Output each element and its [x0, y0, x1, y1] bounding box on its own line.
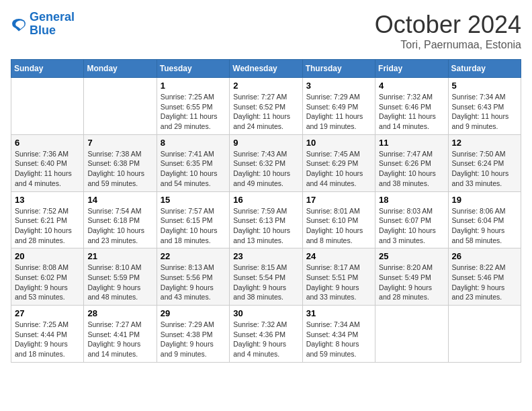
- day-number: 3: [306, 81, 371, 91]
- logo-icon: [11, 16, 27, 32]
- day-number: 9: [233, 138, 298, 148]
- day-number: 16: [233, 195, 298, 205]
- day-detail: Sunrise: 7:34 AMSunset: 6:43 PMDaylight:…: [452, 92, 517, 132]
- day-number: 29: [161, 308, 226, 318]
- day-number: 21: [87, 251, 152, 261]
- day-detail: Sunrise: 7:52 AMSunset: 6:21 PMDaylight:…: [15, 206, 80, 246]
- calendar-cell: 10 Sunrise: 7:45 AMSunset: 6:29 PMDaylig…: [302, 134, 375, 191]
- calendar-cell: 1 Sunrise: 7:25 AMSunset: 6:55 PMDayligh…: [157, 78, 229, 135]
- calendar-week-3: 13 Sunrise: 7:52 AMSunset: 6:21 PMDaylig…: [11, 191, 521, 248]
- calendar-cell: 27 Sunrise: 7:25 AMSunset: 4:44 PMDaylig…: [11, 306, 84, 363]
- logo-text: General Blue: [30, 11, 75, 38]
- day-number: 7: [87, 138, 152, 148]
- calendar-cell: 25 Sunrise: 8:20 AMSunset: 5:49 PMDaylig…: [375, 248, 448, 306]
- day-detail: Sunrise: 7:25 AMSunset: 6:55 PMDaylight:…: [161, 92, 226, 132]
- day-detail: Sunrise: 7:38 AMSunset: 6:38 PMDaylight:…: [87, 149, 152, 189]
- day-number: 25: [379, 251, 444, 261]
- calendar-week-2: 6 Sunrise: 7:36 AMSunset: 6:40 PMDayligh…: [11, 134, 521, 191]
- day-number: 13: [15, 195, 80, 205]
- day-number: 22: [161, 251, 226, 261]
- calendar-cell: 17 Sunrise: 8:01 AMSunset: 6:10 PMDaylig…: [302, 191, 375, 248]
- calendar-cell: 23 Sunrise: 8:15 AMSunset: 5:54 PMDaylig…: [230, 248, 302, 306]
- day-detail: Sunrise: 7:27 AMSunset: 6:52 PMDaylight:…: [233, 92, 298, 132]
- day-number: 24: [306, 251, 371, 261]
- day-detail: Sunrise: 8:17 AMSunset: 5:51 PMDaylight:…: [306, 263, 371, 302]
- calendar-week-4: 20 Sunrise: 8:08 AMSunset: 6:02 PMDaylig…: [11, 248, 521, 306]
- calendar-cell: 26 Sunrise: 8:22 AMSunset: 5:46 PMDaylig…: [448, 248, 521, 306]
- day-number: 1: [161, 81, 226, 91]
- calendar-cell: 24 Sunrise: 8:17 AMSunset: 5:51 PMDaylig…: [302, 248, 375, 306]
- day-detail: Sunrise: 7:29 AMSunset: 4:38 PMDaylight:…: [161, 320, 226, 359]
- day-number: 2: [233, 81, 298, 91]
- day-detail: Sunrise: 7:43 AMSunset: 6:32 PMDaylight:…: [233, 149, 298, 189]
- calendar-cell: 4 Sunrise: 7:32 AMSunset: 6:46 PMDayligh…: [375, 78, 448, 135]
- calendar-week-1: 1 Sunrise: 7:25 AMSunset: 6:55 PMDayligh…: [11, 78, 521, 135]
- calendar-cell: 19 Sunrise: 8:06 AMSunset: 6:04 PMDaylig…: [448, 191, 521, 248]
- day-detail: Sunrise: 8:06 AMSunset: 6:04 PMDaylight:…: [452, 206, 517, 246]
- calendar-cell: 7 Sunrise: 7:38 AMSunset: 6:38 PMDayligh…: [84, 134, 157, 191]
- day-number: 14: [87, 195, 152, 205]
- calendar-cell: 6 Sunrise: 7:36 AMSunset: 6:40 PMDayligh…: [11, 134, 84, 191]
- weekday-header-row: Sunday Monday Tuesday Wednesday Thursday…: [11, 60, 521, 78]
- day-detail: Sunrise: 8:20 AMSunset: 5:49 PMDaylight:…: [379, 263, 444, 302]
- day-detail: Sunrise: 7:36 AMSunset: 6:40 PMDaylight:…: [15, 149, 80, 189]
- calendar-cell: 13 Sunrise: 7:52 AMSunset: 6:21 PMDaylig…: [11, 191, 84, 248]
- day-number: 4: [379, 81, 444, 91]
- calendar-cell: [448, 306, 521, 363]
- day-number: 20: [15, 251, 80, 261]
- calendar-cell: 14 Sunrise: 7:54 AMSunset: 6:18 PMDaylig…: [84, 191, 157, 248]
- calendar-cell: 15 Sunrise: 7:57 AMSunset: 6:15 PMDaylig…: [157, 191, 229, 248]
- day-number: 28: [87, 308, 152, 318]
- calendar-cell: 5 Sunrise: 7:34 AMSunset: 6:43 PMDayligh…: [448, 78, 521, 135]
- header-monday: Monday: [84, 60, 157, 78]
- calendar-cell: 11 Sunrise: 7:47 AMSunset: 6:26 PMDaylig…: [375, 134, 448, 191]
- day-number: 11: [379, 138, 444, 148]
- header-friday: Friday: [375, 60, 448, 78]
- day-number: 27: [15, 308, 80, 318]
- day-number: 17: [306, 195, 371, 205]
- calendar-subtitle: Tori, Paernumaa, Estonia: [375, 39, 521, 51]
- day-number: 26: [452, 251, 517, 261]
- calendar-cell: 3 Sunrise: 7:29 AMSunset: 6:49 PMDayligh…: [302, 78, 375, 135]
- calendar-cell: 31 Sunrise: 7:34 AMSunset: 4:34 PMDaylig…: [302, 306, 375, 363]
- calendar-cell: 28 Sunrise: 7:27 AMSunset: 4:41 PMDaylig…: [84, 306, 157, 363]
- calendar-cell: 18 Sunrise: 8:03 AMSunset: 6:07 PMDaylig…: [375, 191, 448, 248]
- calendar-week-5: 27 Sunrise: 7:25 AMSunset: 4:44 PMDaylig…: [11, 306, 521, 363]
- day-number: 6: [15, 138, 80, 148]
- day-detail: Sunrise: 8:03 AMSunset: 6:07 PMDaylight:…: [379, 206, 444, 246]
- day-detail: Sunrise: 8:01 AMSunset: 6:10 PMDaylight:…: [306, 206, 371, 246]
- calendar-title: October 2024: [375, 11, 521, 39]
- day-detail: Sunrise: 7:41 AMSunset: 6:35 PMDaylight:…: [161, 149, 226, 189]
- calendar-cell: 29 Sunrise: 7:29 AMSunset: 4:38 PMDaylig…: [157, 306, 229, 363]
- calendar-table: Sunday Monday Tuesday Wednesday Thursday…: [11, 59, 521, 363]
- day-detail: Sunrise: 7:29 AMSunset: 6:49 PMDaylight:…: [306, 92, 371, 132]
- day-detail: Sunrise: 8:15 AMSunset: 5:54 PMDaylight:…: [233, 263, 298, 302]
- header-sunday: Sunday: [11, 60, 84, 78]
- calendar-cell: 20 Sunrise: 8:08 AMSunset: 6:02 PMDaylig…: [11, 248, 84, 306]
- calendar-cell: 30 Sunrise: 7:32 AMSunset: 4:36 PMDaylig…: [230, 306, 302, 363]
- day-detail: Sunrise: 7:50 AMSunset: 6:24 PMDaylight:…: [452, 149, 517, 189]
- calendar-cell: 21 Sunrise: 8:10 AMSunset: 5:59 PMDaylig…: [84, 248, 157, 306]
- calendar-cell: [84, 78, 157, 135]
- calendar-cell: 12 Sunrise: 7:50 AMSunset: 6:24 PMDaylig…: [448, 134, 521, 191]
- day-number: 31: [306, 308, 371, 318]
- calendar-cell: [11, 78, 84, 135]
- day-number: 15: [161, 195, 226, 205]
- day-number: 18: [379, 195, 444, 205]
- header-wednesday: Wednesday: [230, 60, 302, 78]
- day-detail: Sunrise: 7:34 AMSunset: 4:34 PMDaylight:…: [306, 320, 371, 359]
- calendar-cell: 22 Sunrise: 8:13 AMSunset: 5:56 PMDaylig…: [157, 248, 229, 306]
- calendar-cell: 8 Sunrise: 7:41 AMSunset: 6:35 PMDayligh…: [157, 134, 229, 191]
- day-detail: Sunrise: 8:22 AMSunset: 5:46 PMDaylight:…: [452, 263, 517, 302]
- day-detail: Sunrise: 7:57 AMSunset: 6:15 PMDaylight:…: [161, 206, 226, 246]
- day-detail: Sunrise: 7:54 AMSunset: 6:18 PMDaylight:…: [87, 206, 152, 246]
- day-detail: Sunrise: 7:32 AMSunset: 6:46 PMDaylight:…: [379, 92, 444, 132]
- day-detail: Sunrise: 8:08 AMSunset: 6:02 PMDaylight:…: [15, 263, 80, 302]
- day-number: 8: [161, 138, 226, 148]
- day-number: 10: [306, 138, 371, 148]
- day-detail: Sunrise: 7:27 AMSunset: 4:41 PMDaylight:…: [87, 320, 152, 359]
- calendar-cell: 9 Sunrise: 7:43 AMSunset: 6:32 PMDayligh…: [230, 134, 302, 191]
- header-tuesday: Tuesday: [157, 60, 229, 78]
- calendar-cell: 16 Sunrise: 7:59 AMSunset: 6:13 PMDaylig…: [230, 191, 302, 248]
- day-number: 5: [452, 81, 517, 91]
